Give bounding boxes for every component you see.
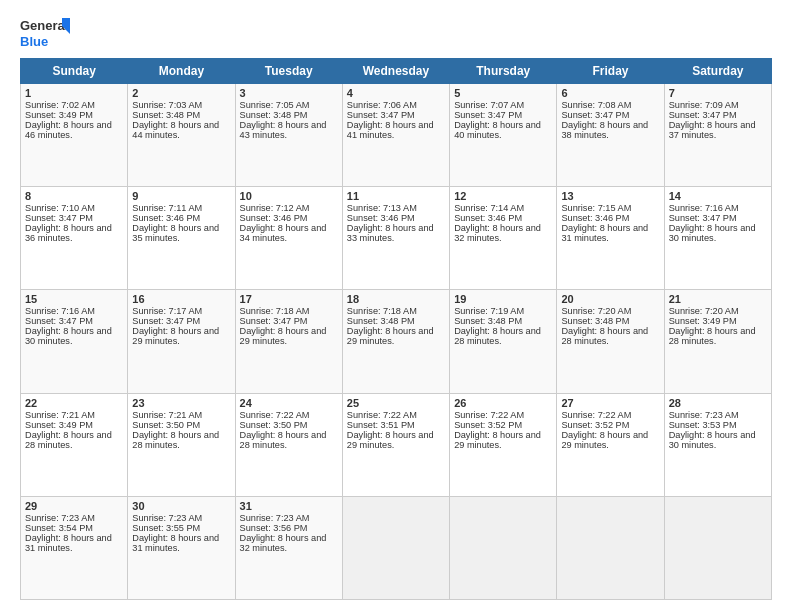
- sunset: Sunset: 3:46 PM: [132, 213, 200, 223]
- day-number: 9: [132, 190, 230, 202]
- calendar-cell: 16Sunrise: 7:17 AMSunset: 3:47 PMDayligh…: [128, 290, 235, 393]
- sunset: Sunset: 3:46 PM: [561, 213, 629, 223]
- day-number: 27: [561, 397, 659, 409]
- sunrise: Sunrise: 7:22 AM: [561, 410, 631, 420]
- calendar-cell: [342, 496, 449, 599]
- calendar-cell: 13Sunrise: 7:15 AMSunset: 3:46 PMDayligh…: [557, 187, 664, 290]
- day-number: 31: [240, 500, 338, 512]
- sunrise: Sunrise: 7:23 AM: [669, 410, 739, 420]
- daylight: Daylight: 8 hours and 31 minutes.: [132, 533, 219, 553]
- sunrise: Sunrise: 7:23 AM: [132, 513, 202, 523]
- daylight: Daylight: 8 hours and 34 minutes.: [240, 223, 327, 243]
- calendar-cell: 2Sunrise: 7:03 AMSunset: 3:48 PMDaylight…: [128, 84, 235, 187]
- sunset: Sunset: 3:53 PM: [669, 420, 737, 430]
- sunset: Sunset: 3:47 PM: [347, 110, 415, 120]
- header-row: SundayMondayTuesdayWednesdayThursdayFrid…: [21, 59, 772, 84]
- daylight: Daylight: 8 hours and 32 minutes.: [240, 533, 327, 553]
- sunrise: Sunrise: 7:09 AM: [669, 100, 739, 110]
- sunset: Sunset: 3:48 PM: [347, 316, 415, 326]
- week-row-2: 8Sunrise: 7:10 AMSunset: 3:47 PMDaylight…: [21, 187, 772, 290]
- day-number: 2: [132, 87, 230, 99]
- calendar-cell: 27Sunrise: 7:22 AMSunset: 3:52 PMDayligh…: [557, 393, 664, 496]
- daylight: Daylight: 8 hours and 28 minutes.: [132, 430, 219, 450]
- daylight: Daylight: 8 hours and 30 minutes.: [25, 326, 112, 346]
- sunrise: Sunrise: 7:18 AM: [347, 306, 417, 316]
- calendar-cell: 18Sunrise: 7:18 AMSunset: 3:48 PMDayligh…: [342, 290, 449, 393]
- day-number: 15: [25, 293, 123, 305]
- day-number: 18: [347, 293, 445, 305]
- daylight: Daylight: 8 hours and 31 minutes.: [25, 533, 112, 553]
- day-number: 1: [25, 87, 123, 99]
- sunset: Sunset: 3:46 PM: [240, 213, 308, 223]
- logo: General Blue: [20, 16, 70, 52]
- calendar-cell: 14Sunrise: 7:16 AMSunset: 3:47 PMDayligh…: [664, 187, 771, 290]
- sunrise: Sunrise: 7:19 AM: [454, 306, 524, 316]
- sunset: Sunset: 3:50 PM: [240, 420, 308, 430]
- sunrise: Sunrise: 7:13 AM: [347, 203, 417, 213]
- svg-text:General: General: [20, 18, 68, 33]
- calendar-cell: 3Sunrise: 7:05 AMSunset: 3:48 PMDaylight…: [235, 84, 342, 187]
- day-number: 13: [561, 190, 659, 202]
- sunset: Sunset: 3:49 PM: [25, 110, 93, 120]
- calendar-cell: 6Sunrise: 7:08 AMSunset: 3:47 PMDaylight…: [557, 84, 664, 187]
- daylight: Daylight: 8 hours and 28 minutes.: [561, 326, 648, 346]
- sunset: Sunset: 3:54 PM: [25, 523, 93, 533]
- day-number: 26: [454, 397, 552, 409]
- calendar-cell: [450, 496, 557, 599]
- sunset: Sunset: 3:47 PM: [669, 110, 737, 120]
- daylight: Daylight: 8 hours and 28 minutes.: [240, 430, 327, 450]
- sunrise: Sunrise: 7:22 AM: [454, 410, 524, 420]
- sunset: Sunset: 3:46 PM: [347, 213, 415, 223]
- calendar-cell: 8Sunrise: 7:10 AMSunset: 3:47 PMDaylight…: [21, 187, 128, 290]
- calendar-cell: 22Sunrise: 7:21 AMSunset: 3:49 PMDayligh…: [21, 393, 128, 496]
- calendar-cell: 11Sunrise: 7:13 AMSunset: 3:46 PMDayligh…: [342, 187, 449, 290]
- week-row-5: 29Sunrise: 7:23 AMSunset: 3:54 PMDayligh…: [21, 496, 772, 599]
- svg-text:Blue: Blue: [20, 34, 48, 49]
- calendar-cell: 4Sunrise: 7:06 AMSunset: 3:47 PMDaylight…: [342, 84, 449, 187]
- day-number: 12: [454, 190, 552, 202]
- col-header-tuesday: Tuesday: [235, 59, 342, 84]
- day-number: 20: [561, 293, 659, 305]
- day-number: 19: [454, 293, 552, 305]
- day-number: 25: [347, 397, 445, 409]
- sunset: Sunset: 3:47 PM: [25, 213, 93, 223]
- day-number: 24: [240, 397, 338, 409]
- sunrise: Sunrise: 7:07 AM: [454, 100, 524, 110]
- calendar-cell: 15Sunrise: 7:16 AMSunset: 3:47 PMDayligh…: [21, 290, 128, 393]
- daylight: Daylight: 8 hours and 30 minutes.: [669, 223, 756, 243]
- sunset: Sunset: 3:47 PM: [240, 316, 308, 326]
- sunset: Sunset: 3:49 PM: [25, 420, 93, 430]
- sunrise: Sunrise: 7:21 AM: [25, 410, 95, 420]
- day-number: 30: [132, 500, 230, 512]
- sunset: Sunset: 3:47 PM: [669, 213, 737, 223]
- sunrise: Sunrise: 7:12 AM: [240, 203, 310, 213]
- calendar-cell: 26Sunrise: 7:22 AMSunset: 3:52 PMDayligh…: [450, 393, 557, 496]
- sunset: Sunset: 3:56 PM: [240, 523, 308, 533]
- sunrise: Sunrise: 7:05 AM: [240, 100, 310, 110]
- day-number: 4: [347, 87, 445, 99]
- sunrise: Sunrise: 7:14 AM: [454, 203, 524, 213]
- calendar-cell: 5Sunrise: 7:07 AMSunset: 3:47 PMDaylight…: [450, 84, 557, 187]
- daylight: Daylight: 8 hours and 29 minutes.: [347, 430, 434, 450]
- calendar-cell: 12Sunrise: 7:14 AMSunset: 3:46 PMDayligh…: [450, 187, 557, 290]
- sunrise: Sunrise: 7:02 AM: [25, 100, 95, 110]
- daylight: Daylight: 8 hours and 32 minutes.: [454, 223, 541, 243]
- day-number: 14: [669, 190, 767, 202]
- day-number: 23: [132, 397, 230, 409]
- sunset: Sunset: 3:49 PM: [669, 316, 737, 326]
- sunset: Sunset: 3:47 PM: [132, 316, 200, 326]
- calendar-cell: 21Sunrise: 7:20 AMSunset: 3:49 PMDayligh…: [664, 290, 771, 393]
- sunset: Sunset: 3:48 PM: [454, 316, 522, 326]
- sunset: Sunset: 3:46 PM: [454, 213, 522, 223]
- calendar-cell: 19Sunrise: 7:19 AMSunset: 3:48 PMDayligh…: [450, 290, 557, 393]
- daylight: Daylight: 8 hours and 31 minutes.: [561, 223, 648, 243]
- day-number: 8: [25, 190, 123, 202]
- week-row-1: 1Sunrise: 7:02 AMSunset: 3:49 PMDaylight…: [21, 84, 772, 187]
- col-header-thursday: Thursday: [450, 59, 557, 84]
- daylight: Daylight: 8 hours and 29 minutes.: [240, 326, 327, 346]
- day-number: 22: [25, 397, 123, 409]
- calendar-cell: 10Sunrise: 7:12 AMSunset: 3:46 PMDayligh…: [235, 187, 342, 290]
- week-row-3: 15Sunrise: 7:16 AMSunset: 3:47 PMDayligh…: [21, 290, 772, 393]
- sunset: Sunset: 3:50 PM: [132, 420, 200, 430]
- daylight: Daylight: 8 hours and 35 minutes.: [132, 223, 219, 243]
